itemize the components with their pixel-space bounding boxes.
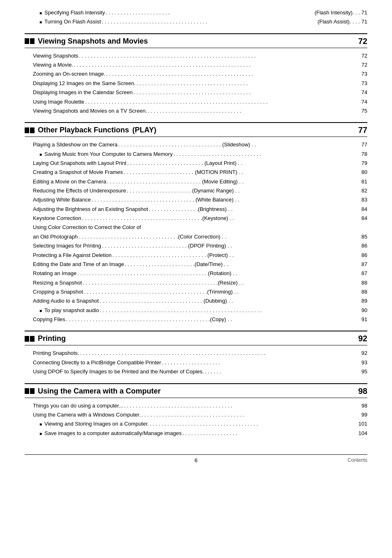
top-entry-2: ■ Turning On Flash Assist . . . . . . . … (25, 17, 367, 26)
entry-label: Adjusting the Brightness of an Existing … (33, 205, 148, 214)
bullet-icon: ■ (39, 421, 42, 428)
entry-page: 85 (362, 232, 367, 241)
entry-dots: . . . . . . . . . . . . . . . . . . . . … (78, 232, 361, 241)
section-printing-icon (25, 336, 35, 342)
entry-datetime: Editing the Date and Time of an Image . … (25, 260, 367, 269)
section-viewing-page: 72 (358, 37, 367, 46)
entry-label: Editing the Date and Time of an Image (33, 260, 124, 269)
entry-save-auto: ■ Save images to a computer automaticall… (25, 429, 367, 438)
section-printing-entries: Printing Snapshots. . . . . . . . . . . … (25, 347, 367, 376)
entry-dots: . . . . . . . . . . . . . . . . . . . . … (79, 349, 362, 358)
entry-page: 77 (362, 140, 367, 149)
entry-copy: Copying Files . . . . . . . . . . . . . … (25, 315, 367, 324)
entry-label: Protecting a File Against Deletion (33, 251, 112, 260)
entry-label: Printing Snapshots. (33, 349, 79, 358)
top-entry-2-page: (Flash Assist). . . . 71 (318, 17, 367, 26)
entry-page: 72 (362, 51, 367, 60)
entry-page: 80 (362, 168, 367, 177)
section-printing: Printing 92 Printing Snapshots. . . . . … (25, 331, 367, 376)
entry-dubbing: Adding Audio to a Snapshot . . . . . . .… (25, 296, 367, 306)
bullet-icon-1: ■ (39, 9, 42, 16)
entry-label: Adding Audio to a Snapshot (33, 296, 99, 306)
entry-page: 104 (358, 429, 367, 438)
entry-page: 86 (362, 251, 367, 260)
entry-dots: . . . . . . . . . . . . . . . . . . . . … (147, 107, 362, 116)
entry-page: 89 (362, 296, 367, 306)
section-playback-entries: Playing a Slideshow on the Camera . . . … (25, 139, 367, 324)
entry-dots: . . . . . . . . . . . . . . . . . . . . … (99, 296, 361, 306)
entry-motion-print: Creating a Snapshot of Movie Frames . . … (25, 168, 367, 177)
entry-page: 83 (362, 195, 367, 204)
section-playback-label: Other Playback Functions (38, 126, 129, 134)
entry-page: 72 (362, 60, 367, 69)
entry-label: Save images to a computer automatically/… (44, 429, 182, 438)
section-printing-header: Printing 92 (25, 331, 367, 345)
entry-zooming: Zooming an On-screen Image. . . . . . . … (25, 69, 367, 79)
section-viewing: Viewing Snapshots and Movies 72 Viewing … (25, 33, 367, 116)
entry-page: 82 (362, 186, 367, 195)
entry-page: 84 (362, 205, 367, 214)
bullet-icon-2: ■ (39, 19, 42, 25)
entry-label: Playing a Slideshow on the Camera (33, 140, 118, 149)
entry-white-balance: Adjusting White Balance . . . . . . . . … (25, 195, 367, 204)
entry-dots: . . . . . . . . . . . . . . . . . . . . … (149, 419, 358, 428)
entry-page: 90 (362, 306, 367, 315)
section-playback: Other Playback Functions (PLAY) 77 Playi… (25, 122, 367, 324)
entry-12images: Displaying 12 Images on the Same Screen.… (25, 79, 367, 88)
top-entry-1-label: Specifying Flash Intensity (44, 8, 105, 17)
entry-dots: . . . . . . . . . . . . . . . . . . . . … (136, 79, 362, 88)
entry-dots: . . . . . . . . . . . . . . . . . . . . … (105, 69, 361, 79)
entry-page: 88 (362, 287, 367, 296)
entry-label: Adjusting White Balance (33, 195, 91, 204)
entry-dots: . . . . . . . . . . . . . . . . . . . . … (126, 186, 362, 195)
section-viewing-label: Viewing Snapshots and Movies (38, 37, 148, 46)
entry-label: Saving Music from Your Computer to Camer… (44, 150, 173, 159)
entry-page: 95 (362, 367, 367, 376)
entry-page: 81 (362, 177, 367, 186)
entry-label: Viewing Snapshots (33, 51, 78, 60)
footer-label: Contents (348, 457, 367, 463)
entry-page: 73 (362, 69, 367, 79)
entry-dots: . . . . . . (204, 367, 361, 376)
entry-dots: . . . . . . . . . . . . . . . . . . . . … (78, 51, 361, 60)
entry-page: 98 (362, 401, 367, 410)
entry-calendar: Displaying Images in the Calendar Screen… (25, 88, 367, 97)
top-entry-1-page: (Flash Intensity). . . 71 (314, 8, 367, 17)
entry-rotation: Rotating an Image . . . . . . . . . . . … (25, 269, 367, 278)
section-computer: Using the Camera with a Computer 98 Thin… (25, 383, 367, 438)
entry-page: 87 (362, 269, 367, 278)
entry-label: Laying Out Snapshots with Layout Print (33, 159, 127, 168)
footer: 6 Contents (25, 454, 367, 463)
entry-label: Reducing the Effects of Underexposure (33, 186, 126, 195)
entry-dots: . . . . . . . . . . . . . . . . . . . . … (141, 410, 361, 419)
entry-slideshow: Playing a Slideshow on the Camera . . . … (25, 140, 367, 149)
entry-dots: . . . . . . . . . . . . . . . . . . . . … (112, 251, 362, 260)
entry-pictbridge: Connecting Directly to a PictBridge Comp… (25, 358, 367, 367)
entry-color-correction: Using Color Correction to Correct the Co… (25, 223, 367, 241)
entry-label: Displaying 12 Images on the Same Screen. (33, 79, 136, 88)
entry-page: 92 (362, 349, 367, 358)
entry-label: Viewing Snapshots and Movies on a TV Scr… (33, 107, 147, 116)
entry-page: 87 (362, 260, 367, 269)
entry-dots: . . . . . . . . . . . . . . . . . . . . … (91, 195, 362, 204)
entry-dots: . . . . . . . . . . . . . . . . . . . . … (124, 260, 362, 269)
entry-printing-snapshots: Printing Snapshots. . . . . . . . . . . … (25, 349, 367, 358)
entry-things-computer: Things you can do using a computer... . … (25, 401, 367, 410)
entry-label: Viewing and Storing Images on a Computer… (44, 419, 149, 428)
entry-dots: . . . . . . . . . . . . . . . . .(Bright… (148, 205, 361, 214)
entry-label: Using the Camera with a Windows Computer… (33, 410, 141, 419)
entry-page: 78 (362, 150, 367, 159)
entry-label-2: an Old Photograph (33, 232, 78, 241)
entry-layout-print: Laying Out Snapshots with Layout Print .… (25, 159, 367, 168)
entry-page: 99 (362, 410, 367, 419)
entry-label: Resizing a Snapshot (33, 278, 82, 287)
entry-page: 93 (362, 358, 367, 367)
entry-dots: . . . . . . . . . . . . . . . . . . . . … (73, 60, 361, 69)
section-viewing-icon (25, 38, 35, 44)
top-entry-2-dots: . . . . . . . . . . . . . . . . . . . . … (101, 17, 318, 26)
entry-label: Rotating an Image (33, 269, 76, 278)
entry-dots: . . . . . . . . . . . . . . . . . . . . … (127, 159, 362, 168)
entry-movie-editing: Editing a Movie on the Camera . . . . . … (25, 177, 367, 186)
entry-page: 86 (362, 241, 367, 250)
entry-dots: . . . . . . . . . . . . . . . . . . . . (161, 358, 361, 367)
